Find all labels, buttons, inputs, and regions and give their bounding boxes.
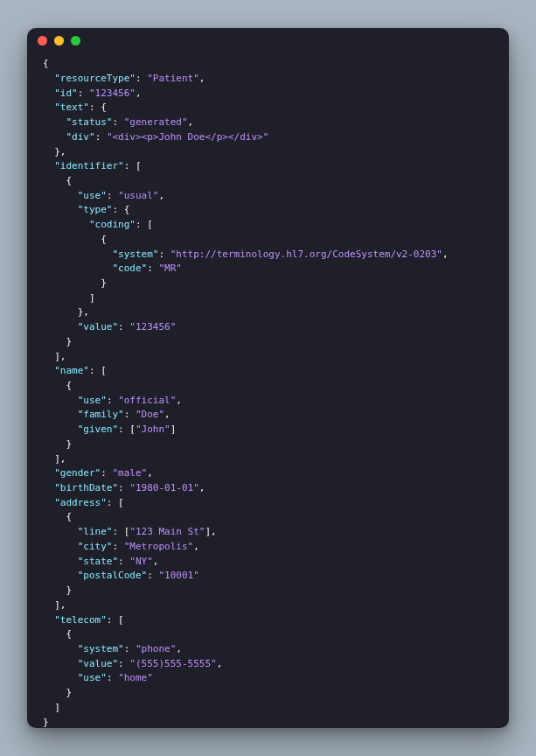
code-line: } — [43, 686, 493, 701]
code-line: "use": "home" — [43, 671, 493, 686]
code-line: }, — [43, 305, 493, 320]
code-line: "identifier": [ — [43, 159, 493, 174]
code-line: { — [43, 510, 493, 525]
code-content: { "resourceType": "Patient", "id": "1234… — [27, 53, 509, 728]
code-line: "type": { — [43, 203, 493, 218]
code-line: } — [43, 335, 493, 350]
code-line: "birthDate": "1980-01-01", — [43, 481, 493, 496]
code-line: "value": "(555)555-5555", — [43, 657, 493, 672]
code-line: { — [43, 233, 493, 248]
code-line: "postalCode": "10001" — [43, 569, 493, 584]
code-line: ], — [43, 452, 493, 467]
code-line: "line": ["123 Main St"], — [43, 525, 493, 540]
code-line: "given": ["John"] — [43, 423, 493, 438]
code-line: } — [43, 584, 493, 598]
close-icon[interactable] — [38, 36, 47, 46]
code-line: "telecom": [ — [43, 613, 493, 628]
code-line: "system": "http://terminology.hl7.org/Co… — [43, 248, 493, 262]
code-line: "use": "official", — [43, 394, 493, 409]
code-line: "code": "MR" — [43, 262, 493, 276]
code-line: "div": "<div><p>John Doe</p></div>" — [43, 130, 493, 145]
code-window: { "resourceType": "Patient", "id": "1234… — [27, 28, 509, 728]
code-line: "value": "123456" — [43, 320, 493, 335]
code-line: "system": "phone", — [43, 642, 493, 657]
code-line: ], — [43, 350, 493, 365]
code-line: "status": "generated", — [43, 116, 493, 130]
code-line: } — [43, 438, 493, 452]
code-line: { — [43, 57, 493, 72]
code-line: "name": [ — [43, 364, 493, 379]
code-line: ] — [43, 291, 493, 306]
code-line: "state": "NY", — [43, 555, 493, 570]
code-line: "family": "Doe", — [43, 408, 493, 423]
code-line: "address": [ — [43, 496, 493, 511]
code-line: ], — [43, 598, 493, 613]
code-line: } — [43, 276, 493, 291]
code-line: "resourceType": "Patient", — [43, 72, 493, 87]
window-titlebar — [27, 28, 509, 53]
code-line: }, — [43, 145, 493, 160]
code-line: "id": "123456", — [43, 87, 493, 102]
code-line: { — [43, 379, 493, 394]
code-line: "coding": [ — [43, 218, 493, 233]
code-line: "city": "Metropolis", — [43, 540, 493, 555]
code-line: "use": "usual", — [43, 189, 493, 204]
zoom-icon[interactable] — [71, 36, 80, 46]
code-line: { — [43, 627, 493, 642]
code-line: "text": { — [43, 101, 493, 116]
code-line: { — [43, 174, 493, 189]
minimize-icon[interactable] — [54, 36, 64, 46]
code-line: "gender": "male", — [43, 466, 493, 481]
code-line: } — [43, 716, 493, 728]
code-line: ] — [43, 701, 493, 716]
